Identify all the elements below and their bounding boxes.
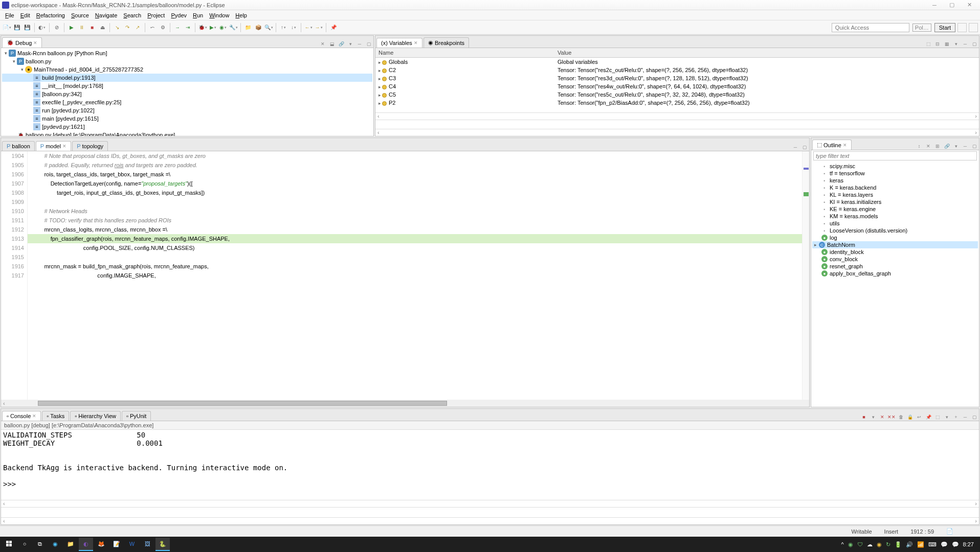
suspend-button[interactable]: ⏸ bbox=[77, 23, 86, 32]
stack-frame[interactable]: ▾●MainThread - pid_8004_id_2755287277352 bbox=[2, 65, 372, 74]
minimize-icon[interactable]: ─ bbox=[792, 144, 799, 151]
editor-tab-balloon[interactable]: Pballoon bbox=[2, 141, 35, 151]
pydev-perspective-button[interactable] bbox=[969, 23, 978, 32]
outline-item[interactable]: ▪utils bbox=[812, 220, 978, 227]
app-notepad[interactable]: 📝 bbox=[109, 538, 124, 551]
terminate-button[interactable]: ■ bbox=[87, 23, 97, 32]
minimize-button[interactable]: ─ bbox=[926, 1, 943, 10]
expand-icon[interactable]: ▸ bbox=[378, 84, 381, 89]
app-word[interactable]: W bbox=[125, 538, 139, 551]
code-line[interactable]: config.IMAGE_SHAPE, bbox=[28, 271, 802, 280]
menu-help[interactable]: Help bbox=[232, 11, 250, 19]
run-last-button[interactable]: ▶ bbox=[208, 23, 217, 32]
tray-shield-icon[interactable]: 🛡 bbox=[857, 541, 863, 547]
expand-icon[interactable]: ▸ bbox=[814, 242, 817, 247]
tray-cloud-icon[interactable]: ☁ bbox=[867, 541, 873, 548]
console-output[interactable]: VALIDATION_STEPS 50 WEIGHT_DECAY 0.0001 … bbox=[1, 430, 979, 500]
search-button[interactable]: 🔍 bbox=[264, 23, 273, 32]
breakpoints-tab[interactable]: ◉ Breakpoints bbox=[424, 37, 469, 48]
menu-source[interactable]: Source bbox=[68, 11, 92, 19]
stack-frame[interactable]: ≡run [pydevd.py:1022] bbox=[2, 106, 372, 114]
code-line[interactable]: # padded. Equally, returned rois and tar… bbox=[28, 160, 802, 170]
outline-item[interactable]: ●apply_box_deltas_graph bbox=[812, 270, 978, 277]
outline-item[interactable]: ▪KM = keras.models bbox=[812, 213, 978, 220]
minimize-icon[interactable]: ─ bbox=[962, 40, 969, 48]
back-button[interactable]: ← bbox=[304, 23, 313, 32]
expand-icon[interactable]: ▸ bbox=[378, 93, 381, 98]
maximize-icon[interactable]: ▢ bbox=[971, 40, 978, 48]
overview-ruler[interactable] bbox=[802, 151, 809, 400]
maximize-icon[interactable]: ▢ bbox=[971, 413, 978, 421]
external-tools-button[interactable]: 🔧 bbox=[229, 23, 238, 32]
new-button[interactable]: 📄 bbox=[2, 23, 11, 32]
link-icon[interactable]: 🔗 bbox=[338, 40, 345, 48]
pol-button[interactable]: Pol… bbox=[912, 24, 931, 32]
new-console-icon[interactable]: + bbox=[952, 413, 960, 421]
step-return-button[interactable]: ↗ bbox=[133, 23, 142, 32]
editor-tab-topology[interactable]: Ptopology bbox=[72, 141, 108, 151]
view-menu-icon[interactable]: ▾ bbox=[347, 40, 354, 48]
tray-wechat-icon[interactable]: 💬 bbox=[952, 541, 959, 548]
code-line[interactable]: DetectionTargetLayer(config, name="propo… bbox=[28, 179, 802, 188]
variables-table[interactable]: Name Value ▸GlobalsGlobal variables▸C2Te… bbox=[375, 48, 979, 107]
tray-notification-icon[interactable]: 💬 bbox=[941, 541, 948, 548]
expand-icon[interactable]: ▸ bbox=[378, 76, 381, 81]
close-icon[interactable]: ✕ bbox=[62, 144, 66, 149]
prev-annotation-button[interactable]: ↑ bbox=[279, 23, 288, 32]
menu-pydev[interactable]: Pydev bbox=[168, 11, 190, 19]
columns-icon[interactable]: ▦ bbox=[943, 40, 950, 48]
code-line[interactable]: # Network Heads bbox=[28, 206, 802, 216]
focus-icon[interactable]: ⊞ bbox=[934, 143, 941, 150]
coverage-button[interactable]: ◉ bbox=[218, 23, 228, 32]
variable-row[interactable]: ▸P2Tensor: Tensor("fpn_p2/BiasAdd:0", sh… bbox=[375, 99, 979, 107]
outline-item[interactable]: ▪K = keras.backend bbox=[812, 184, 978, 191]
display-icon[interactable]: ⬚ bbox=[934, 413, 941, 421]
code-line[interactable] bbox=[28, 252, 802, 262]
hide-fields-icon[interactable]: ✕ bbox=[925, 143, 932, 150]
tray-up-icon[interactable]: ^ bbox=[841, 541, 843, 547]
code-line[interactable]: config.POOL_SIZE, config.NUM_CLASSES) bbox=[28, 243, 802, 252]
start-button[interactable]: Start bbox=[934, 23, 955, 32]
pin-console-icon[interactable]: 📌 bbox=[925, 413, 932, 421]
scroll-lock-icon[interactable]: 🔒 bbox=[906, 413, 914, 421]
expand-icon[interactable]: ▸ bbox=[378, 68, 381, 73]
outline-item[interactable]: ▪KE = keras.engine bbox=[812, 205, 978, 213]
h-scroll[interactable]: ‹› bbox=[375, 112, 979, 120]
code-line[interactable]: mrcnn_class_logits, mrcnn_class, mrcnn_b… bbox=[28, 225, 802, 234]
terminate-dropdown-icon[interactable]: ▾ bbox=[870, 413, 877, 421]
app-eclipse[interactable]: ◐ bbox=[79, 538, 93, 551]
stack-frame[interactable]: ≡ [pydevd.py:1621] bbox=[2, 123, 372, 131]
open-console-icon[interactable]: ▾ bbox=[943, 413, 950, 421]
code-line[interactable]: # TODO: verify that this handles zero pa… bbox=[28, 216, 802, 225]
maximize-icon[interactable]: ▢ bbox=[971, 143, 978, 150]
start-menu-button[interactable] bbox=[2, 538, 16, 551]
tray-battery-icon[interactable]: 🔋 bbox=[895, 541, 902, 548]
view-menu-icon[interactable]: ▾ bbox=[952, 40, 960, 48]
clock[interactable]: 8:27 bbox=[963, 541, 974, 547]
app-explorer[interactable]: 📁 bbox=[63, 538, 78, 551]
disconnect-button[interactable]: ⏏ bbox=[98, 23, 107, 32]
debug-tree[interactable]: ▾PMask-Rcnn balloon.py [Python Run]▾Pbal… bbox=[1, 48, 373, 136]
code-line[interactable]: fpn_classifier_graph(rois, mrcnn_feature… bbox=[28, 234, 802, 243]
pin-button[interactable]: 📌 bbox=[329, 23, 338, 32]
run-to-button[interactable]: ⇥ bbox=[183, 23, 192, 32]
code-line[interactable]: rois, target_class_ids, target_bbox, tar… bbox=[28, 170, 802, 179]
layout-icon[interactable]: ⬓ bbox=[328, 40, 336, 48]
code-line[interactable]: # Note that proposal class IDs, gt_boxes… bbox=[28, 151, 802, 160]
code-area[interactable]: # Note that proposal class IDs, gt_boxes… bbox=[28, 151, 802, 400]
stack-frame[interactable]: ▾PMask-Rcnn balloon.py [Python Run] bbox=[2, 49, 372, 57]
perspective-button[interactable]: ◐ bbox=[37, 23, 47, 32]
task-view-button[interactable]: ⧉ bbox=[33, 538, 47, 551]
variable-row[interactable]: ▸GlobalsGlobal variables bbox=[375, 58, 979, 66]
remove-terminated-icon[interactable]: ✕ bbox=[319, 40, 326, 48]
outline-filter-input[interactable] bbox=[813, 151, 977, 160]
outline-item[interactable]: ▸CBatchNorm bbox=[812, 241, 978, 248]
outline-tab[interactable]: ⬚ Outline ✕ bbox=[812, 140, 852, 150]
expand-icon[interactable]: ▾ bbox=[3, 51, 9, 56]
expand-icon[interactable]: ▸ bbox=[378, 101, 381, 106]
menu-project[interactable]: Project bbox=[144, 11, 168, 19]
step-filters-button[interactable]: ⚙ bbox=[158, 23, 167, 32]
next-annotation-button[interactable]: ↓ bbox=[289, 23, 298, 32]
outline-item[interactable]: ▪scipy.misc bbox=[812, 163, 978, 170]
col-name[interactable]: Name bbox=[375, 48, 554, 58]
